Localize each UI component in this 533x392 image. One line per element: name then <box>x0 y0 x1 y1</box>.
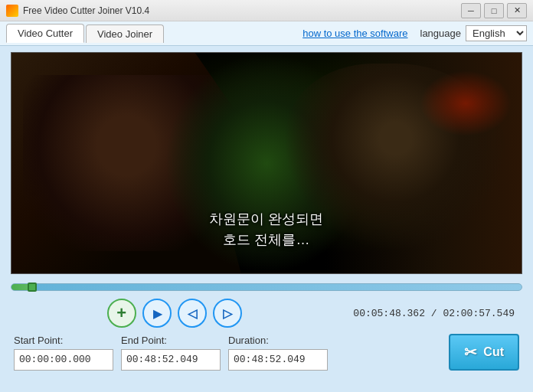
play-icon: ▶ <box>153 306 162 321</box>
controls-center: + ▶ ◁ ▷ <box>107 299 242 328</box>
seekbar-track[interactable] <box>11 283 522 291</box>
titlebar: Free Video Cutter Joiner V10.4 ─ □ ✕ <box>0 0 533 21</box>
subtitle-line2: 호드 전체를… <box>11 230 522 250</box>
cut-icon: ✂ <box>464 343 477 361</box>
current-time: 00:05:48.362 <box>353 308 425 319</box>
duration-group: Duration: <box>228 335 328 371</box>
end-point-input[interactable] <box>121 349 221 371</box>
window-controls: ─ □ ✕ <box>461 3 527 18</box>
start-point-label: Start Point: <box>14 335 113 346</box>
video-preview[interactable]: 차원문이 완성되면 호드 전체를… <box>11 52 522 274</box>
mark-in-button[interactable]: ◁ <box>178 299 207 328</box>
seekbar-handle[interactable] <box>28 283 37 292</box>
subtitle-line1: 차원문이 완성되면 <box>11 209 522 230</box>
tab-video-joiner[interactable]: Video Joiner <box>86 24 164 43</box>
total-time: 02:00:57.549 <box>443 308 515 319</box>
close-button[interactable]: ✕ <box>507 3 527 18</box>
red-highlight <box>420 70 512 136</box>
maximize-button[interactable]: □ <box>484 3 504 18</box>
language-select[interactable]: English Chinese Spanish <box>466 25 527 41</box>
start-point-group: Start Point: <box>14 335 113 371</box>
main-content: 차원문이 완성되면 호드 전체를… + ▶ ◁ ▷ 00:05:48.362 /… <box>0 46 533 377</box>
end-point-group: End Point: <box>121 335 221 371</box>
end-point-label: End Point: <box>121 335 221 346</box>
time-separator: / <box>425 308 443 319</box>
add-button[interactable]: + <box>107 299 136 328</box>
language-label: language <box>420 28 462 39</box>
cut-button[interactable]: ✂ Cut <box>449 334 519 371</box>
app-title: Free Video Cutter Joiner V10.4 <box>23 5 461 16</box>
seekbar-container <box>11 280 522 294</box>
cut-button-label: Cut <box>483 345 504 359</box>
menubar: Video Cutter Video Joiner how to use the… <box>0 21 533 46</box>
time-display: 00:05:48.362 / 02:00:57.549 <box>353 308 515 319</box>
controls-row: + ▶ ◁ ▷ 00:05:48.362 / 02:00:57.549 <box>11 299 522 328</box>
duration-label: Duration: <box>228 335 328 346</box>
app-icon <box>6 5 18 17</box>
duration-input[interactable] <box>228 349 328 371</box>
mark-out-button[interactable]: ▷ <box>213 299 242 328</box>
fields-row: Start Point: End Point: Duration: ✂ Cut <box>11 334 522 371</box>
start-point-input[interactable] <box>14 349 113 371</box>
mark-out-icon: ▷ <box>223 306 232 321</box>
tab-video-cutter[interactable]: Video Cutter <box>6 24 84 43</box>
play-button[interactable]: ▶ <box>142 299 172 328</box>
minimize-button[interactable]: ─ <box>461 3 481 18</box>
mark-in-icon: ◁ <box>188 306 197 321</box>
plus-icon: + <box>116 305 126 322</box>
video-subtitle: 차원문이 완성되면 호드 전체를… <box>11 209 522 250</box>
help-link[interactable]: how to use the software <box>302 28 407 39</box>
